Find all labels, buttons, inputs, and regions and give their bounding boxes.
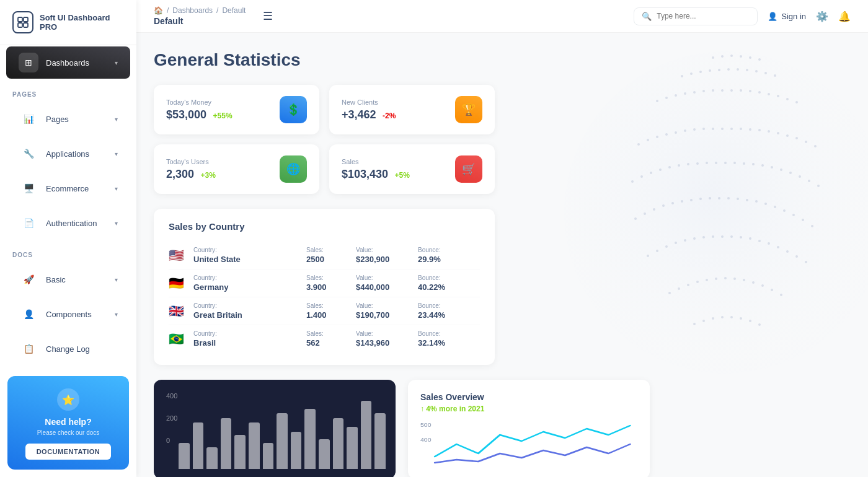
bar-3	[221, 418, 232, 470]
pages-section-label: PAGES	[0, 80, 136, 102]
sidebar-logo: Soft UI Dashboard PRO	[0, 0, 136, 45]
sidebar-item-components[interactable]: 👤 Components ▾	[6, 298, 130, 330]
chevron-icon-ecommerce: ▾	[115, 185, 118, 192]
sales-by-country-card: Sales by Country 🇺🇸 Country: United Stat…	[154, 209, 495, 365]
breadcrumb-separator-2: /	[216, 6, 218, 15]
page-current-label: Default	[154, 16, 246, 26]
col-label-value-0: Value:	[356, 247, 418, 253]
app-name: Soft UI Dashboard PRO	[40, 13, 124, 32]
stat-icon-sales: 🛒	[455, 155, 482, 183]
line-chart: 500 400	[420, 419, 637, 469]
stat-icon-money: 💲	[280, 96, 307, 123]
applications-icon: 🔧	[19, 144, 38, 164]
sidebar-item-authentication[interactable]: 📄 Authentication ▾	[6, 207, 130, 239]
components-icon: 👤	[19, 304, 38, 324]
breadcrumb-current: Default	[222, 6, 246, 15]
header: 🏠 / Dashboards / Default Default ☰ 🔍 👤 S…	[136, 0, 868, 33]
sidebar-label-applications: Applications	[46, 149, 89, 159]
sidebar-item-dashboards[interactable]: ⊞ Dashboards ▾	[6, 46, 130, 79]
col-label-bounce-3: Bounce:	[418, 330, 480, 337]
stat-card-money: Today's Money $53,000 +55% 💲	[154, 85, 319, 134]
content-inner: General Statistics Today's Money $53,000…	[154, 50, 851, 477]
svg-rect-2	[18, 23, 22, 27]
col-value-country-3: Brasil	[193, 338, 306, 348]
main-content: 🏠 / Dashboards / Default Default ☰ 🔍 👤 S…	[136, 0, 868, 477]
col-value-sales-1: 3.900	[306, 282, 356, 292]
notifications-icon[interactable]: 🔔	[838, 11, 851, 22]
sidebar-item-pages[interactable]: 📊 Pages ▾	[6, 103, 130, 135]
search-box[interactable]: 🔍	[634, 7, 758, 25]
sales-overview-change: ↑ 4% more in 2021	[420, 405, 637, 413]
dashboards-icon: ⊞	[19, 53, 38, 72]
svg-rect-0	[18, 17, 22, 22]
sidebar-label-pages: Pages	[46, 115, 69, 124]
country-table: 🇺🇸 Country: United State Sales: 2500 Val…	[169, 242, 480, 352]
stat-change-money: +55%	[213, 112, 232, 120]
col-value-value-2: $190,700	[356, 310, 418, 320]
stat-label-sales: Sales	[342, 158, 410, 165]
breadcrumb-container: 🏠 / Dashboards / Default Default	[154, 6, 246, 26]
stat-change-sales: +5%	[395, 171, 410, 180]
breadcrumb-separator-1: /	[167, 6, 169, 15]
col-value-sales-3: 562	[306, 338, 356, 348]
bar-14	[374, 413, 386, 469]
svg-text:500: 500	[420, 422, 432, 428]
stat-value-money: $53,000	[166, 108, 206, 121]
help-subtitle: Please check our docs	[17, 429, 119, 436]
sidebar-item-changelog[interactable]: 📋 Change Log	[6, 333, 130, 365]
help-box: ⭐ Need help? Please check our docs DOCUM…	[7, 376, 129, 470]
col-label-bounce-1: Bounce:	[418, 274, 480, 281]
col-label-country-2: Country:	[193, 302, 306, 309]
search-input[interactable]	[657, 12, 750, 20]
col-value-country-2: Great Britain	[193, 310, 306, 320]
bar-1	[193, 422, 204, 469]
bar-chart-bars	[179, 401, 386, 469]
header-right: 🔍 👤 Sign in ⚙️ 🔔	[634, 7, 851, 25]
stat-icon-clients: 🏆	[455, 96, 482, 123]
sales-by-country-title: Sales by Country	[169, 221, 480, 232]
hamburger-menu[interactable]: ☰	[263, 9, 273, 23]
sidebar-item-applications[interactable]: 🔧 Applications ▾	[6, 138, 130, 170]
changelog-icon: 📋	[19, 339, 38, 359]
col-value-value-0: $230,900	[356, 255, 418, 264]
sidebar-item-basic[interactable]: 🚀 Basic ▾	[6, 263, 130, 295]
content-area: // This won't execute in SVG context, so…	[136, 33, 868, 477]
col-label-bounce-0: Bounce:	[418, 247, 480, 253]
stat-value-sales: $103,430	[342, 168, 388, 180]
home-icon: 🏠	[154, 6, 163, 15]
sign-in-button[interactable]: 👤 Sign in	[768, 12, 806, 21]
svg-rect-1	[24, 17, 28, 22]
col-value-bounce-2: 23.44%	[418, 310, 480, 320]
country-row-gb: 🇬🇧 Country: Great Britain Sales: 1.400 V…	[169, 297, 480, 325]
chevron-icon-components: ▾	[115, 311, 118, 318]
sidebar-label-ecommerce: Ecommerce	[46, 184, 89, 193]
chevron-icon-pages: ▾	[115, 116, 118, 123]
sidebar-label-components: Components	[46, 310, 92, 319]
col-value-sales-0: 2500	[306, 255, 356, 264]
bar-7	[277, 413, 288, 469]
country-row-br: 🇧🇷 Country: Brasil Sales: 562 Value: $14…	[169, 325, 480, 352]
help-star-icon: ⭐	[57, 388, 79, 411]
col-value-sales-2: 1.400	[306, 310, 356, 320]
col-value-bounce-0: 29.9%	[418, 255, 480, 264]
bar-6	[263, 443, 274, 469]
documentation-button[interactable]: DOCUMENTATION	[25, 444, 112, 460]
bar-5	[249, 422, 260, 469]
chevron-icon-apps: ▾	[115, 151, 118, 157]
sidebar-item-ecommerce[interactable]: 🖥️ Ecommerce ▾	[6, 172, 130, 204]
sign-in-label: Sign in	[781, 12, 806, 21]
col-label-bounce-2: Bounce:	[418, 302, 480, 309]
settings-icon[interactable]: ⚙️	[816, 11, 828, 22]
stat-label-money: Today's Money	[166, 98, 232, 106]
stat-label-users: Today's Users	[166, 158, 216, 165]
country-row-de: 🇩🇪 Country: Germany Sales: 3.900 Value: …	[169, 269, 480, 297]
col-label-country-1: Country:	[193, 274, 306, 281]
col-value-value-3: $143,960	[356, 338, 418, 348]
svg-rect-3	[24, 23, 28, 27]
stat-icon-users: 🌐	[280, 155, 307, 183]
pages-icon: 📊	[19, 109, 38, 129]
col-label-sales-2: Sales:	[306, 302, 356, 309]
sidebar: Soft UI Dashboard PRO ⊞ Dashboards ▾ PAG…	[0, 0, 136, 477]
chevron-icon-basic: ▾	[115, 276, 118, 283]
auth-icon: 📄	[19, 213, 38, 233]
